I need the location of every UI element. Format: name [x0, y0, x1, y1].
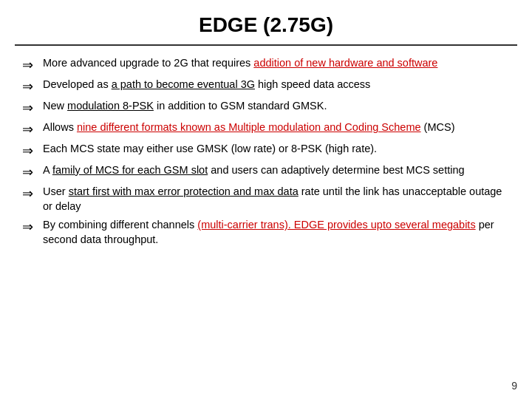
bullet-symbol: ⇒	[22, 78, 43, 95]
bullet-item: ⇒By combining different channels (multi-…	[22, 218, 502, 247]
bullet-text: Each MCS state may either use GMSK (low …	[43, 142, 502, 157]
bullet-symbol: ⇒	[22, 121, 43, 137]
bullet-text: More advanced upgrade to 2G that require…	[43, 56, 502, 71]
bullet-text: A family of MCS for each GSM slot and us…	[43, 163, 502, 178]
bullet-text: Developed as a path to become eventual 3…	[43, 78, 502, 92]
bullet-item: ⇒User start first with max error protect…	[22, 185, 502, 214]
bullet-symbol: ⇒	[22, 185, 43, 202]
title-area: EDGE (2.75G)	[0, 0, 532, 44]
page-number: 9	[511, 380, 517, 392]
slide: EDGE (2.75G) ⇒More advanced upgrade to 2…	[0, 0, 532, 399]
bullet-text: New modulation 8-PSK in addition to GSM …	[43, 99, 502, 114]
bullet-item: ⇒A family of MCS for each GSM slot and u…	[22, 163, 502, 180]
bullet-symbol: ⇒	[22, 57, 43, 73]
content-area: ⇒More advanced upgrade to 2G that requir…	[0, 53, 532, 399]
bullet-item: ⇒Developed as a path to become eventual …	[22, 78, 502, 95]
bullet-symbol: ⇒	[22, 100, 43, 116]
bullet-item: ⇒More advanced upgrade to 2G that requir…	[22, 56, 502, 73]
bullet-text: By combining different channels (multi-c…	[43, 218, 502, 247]
bullet-item: ⇒New modulation 8-PSK in addition to GSM…	[22, 99, 502, 116]
bullet-item: ⇒Each MCS state may either use GMSK (low…	[22, 142, 502, 159]
bullet-symbol: ⇒	[22, 219, 43, 235]
bullet-symbol: ⇒	[22, 164, 43, 180]
bullet-text: Allows nine different formats known as M…	[43, 120, 502, 135]
slide-title: EDGE (2.75G)	[199, 13, 333, 36]
bullet-text: User start first with max error protecti…	[43, 185, 502, 214]
bullet-symbol: ⇒	[22, 143, 43, 159]
title-divider	[15, 44, 517, 46]
bullet-item: ⇒Allows nine different formats known as …	[22, 120, 502, 137]
